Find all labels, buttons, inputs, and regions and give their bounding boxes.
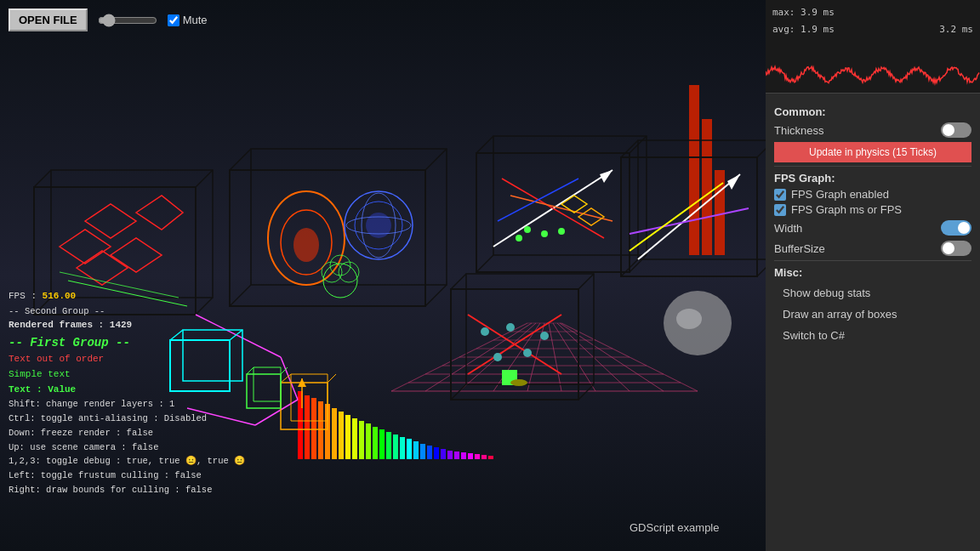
svg-rect-21 xyxy=(702,119,712,255)
fps-line: FPS : 516.00 xyxy=(9,289,245,304)
update-physics-button[interactable]: Update in physics (15 Ticks) xyxy=(774,142,971,162)
up-info: Up: use scene camera : false xyxy=(9,440,245,455)
svg-rect-31 xyxy=(339,412,344,459)
svg-rect-38 xyxy=(386,432,391,459)
svg-rect-26 xyxy=(305,395,310,459)
common-section-title: Common: xyxy=(774,105,971,118)
down-info: Down: freeze render : false xyxy=(9,426,245,440)
svg-point-96 xyxy=(524,226,531,233)
first-group-label: -- First Group -- xyxy=(9,333,245,352)
show-debug-stats-button[interactable]: Show debug stats xyxy=(774,282,971,304)
fps-graph-enabled-checkbox[interactable] xyxy=(774,189,786,201)
svg-rect-33 xyxy=(352,418,357,459)
svg-rect-20 xyxy=(689,85,699,255)
toolbar: OPEN FILE Mute xyxy=(9,9,208,31)
buffersize-toggle[interactable] xyxy=(941,241,971,256)
fps-graph-ms-label[interactable]: FPS Graph ms or FPS xyxy=(791,203,902,216)
svg-rect-41 xyxy=(407,439,412,459)
svg-rect-53 xyxy=(488,456,493,459)
fps-mini-graph xyxy=(766,46,980,88)
text-value-label: Text : xyxy=(9,384,48,395)
width-toggle[interactable] xyxy=(941,220,971,236)
fps-graph-panel: max: 3.9 ms avg: 1.9 ms 3.2 ms min: 1.4 … xyxy=(766,0,980,94)
svg-rect-30 xyxy=(332,408,337,459)
toggle-debug: 1,2,3: toggle debug : true, true 😐, true… xyxy=(9,454,245,469)
svg-rect-39 xyxy=(393,435,398,459)
fps-graph-ms-checkbox[interactable] xyxy=(774,204,786,216)
debug-overlay: FPS : 516.00 -- Second Group -- Rendered… xyxy=(9,289,245,497)
svg-point-111 xyxy=(506,323,515,332)
rendered-frames: Rendered frames : 1429 xyxy=(9,318,245,333)
mute-control: Mute xyxy=(168,14,208,26)
svg-rect-43 xyxy=(420,444,425,459)
divider-2 xyxy=(774,260,971,261)
volume-slider[interactable] xyxy=(98,14,157,27)
svg-point-112 xyxy=(540,332,549,340)
text-out-of-order: Text out of order xyxy=(9,352,245,367)
buffersize-row: BufferSize xyxy=(774,240,971,257)
text-value-line: Text : Value xyxy=(9,383,245,398)
fps-graph-section-title: FPS Graph: xyxy=(774,172,971,185)
mute-checkbox[interactable] xyxy=(168,14,179,26)
svg-rect-32 xyxy=(345,415,350,459)
fps-graph-ms-row: FPS Graph ms or FPS xyxy=(774,203,971,216)
svg-rect-40 xyxy=(400,437,405,459)
thickness-toggle[interactable] xyxy=(941,122,971,138)
right-panel: max: 3.9 ms avg: 1.9 ms 3.2 ms min: 1.4 … xyxy=(766,0,980,551)
left-info: Left: toggle frustum culling : false xyxy=(9,469,245,483)
width-row: Width xyxy=(774,219,971,236)
switch-to-csharp-button[interactable]: Switch to C# xyxy=(774,325,971,346)
fps-stat-avg-val: 3.2 ms xyxy=(939,24,973,35)
open-file-button[interactable]: OPEN FILE xyxy=(9,9,88,31)
divider-1 xyxy=(774,166,971,167)
svg-rect-36 xyxy=(373,427,378,459)
svg-rect-34 xyxy=(359,421,364,459)
svg-rect-52 xyxy=(481,455,487,459)
svg-rect-46 xyxy=(441,449,446,459)
svg-rect-37 xyxy=(379,429,385,459)
fps-stat-max: max: 3.9 ms xyxy=(772,7,835,18)
mute-label[interactable]: Mute xyxy=(183,14,208,26)
fps-label: FPS : xyxy=(9,291,43,301)
controls-panel: Common: Thickness Update in physics (15 … xyxy=(766,94,980,551)
buffersize-label: BufferSize xyxy=(774,242,825,255)
svg-rect-45 xyxy=(434,447,439,459)
scene-viewport: OPEN FILE Mute FPS : 516.00 -- Second Gr… xyxy=(0,0,766,551)
svg-point-98 xyxy=(558,228,565,235)
svg-point-99 xyxy=(516,235,522,241)
svg-rect-28 xyxy=(318,401,323,459)
misc-section-title: Misc: xyxy=(774,266,971,279)
fps-stat-avg: avg: 1.9 ms xyxy=(772,24,835,35)
gdscript-label: GDScript example xyxy=(630,521,719,534)
svg-rect-22 xyxy=(715,170,725,255)
svg-rect-27 xyxy=(311,398,316,459)
svg-rect-42 xyxy=(413,441,419,459)
right-info: Right: draw bounds for culling : false xyxy=(9,483,245,497)
fps-graph-enabled-row: FPS Graph enabled xyxy=(774,188,971,201)
shift-info: Shift: change render layers : 1 xyxy=(9,397,245,412)
svg-point-24 xyxy=(676,309,702,329)
svg-rect-35 xyxy=(366,423,371,459)
svg-point-110 xyxy=(481,327,489,336)
svg-rect-51 xyxy=(475,454,480,459)
svg-rect-44 xyxy=(427,446,432,459)
svg-rect-49 xyxy=(461,452,466,459)
svg-point-75 xyxy=(293,228,319,262)
text-value: Value xyxy=(48,384,76,395)
width-label: Width xyxy=(774,222,802,235)
svg-point-78 xyxy=(366,213,391,238)
draw-array-boxes-button[interactable]: Draw an array of boxes xyxy=(774,304,971,325)
thickness-label: Thickness xyxy=(774,124,824,137)
svg-rect-48 xyxy=(454,452,459,459)
svg-point-114 xyxy=(523,349,532,357)
svg-point-116 xyxy=(510,379,527,386)
svg-point-113 xyxy=(493,353,502,361)
svg-rect-47 xyxy=(447,451,453,459)
fps-value: 516.00 xyxy=(43,291,77,301)
ctrl-info: Ctrl: toggle anti-aliasing : Disabled xyxy=(9,412,245,426)
svg-point-97 xyxy=(541,230,548,237)
thickness-row: Thickness xyxy=(774,122,971,139)
fps-graph-enabled-label[interactable]: FPS Graph enabled xyxy=(791,188,889,201)
svg-rect-50 xyxy=(468,453,473,459)
simple-text: Simple text xyxy=(9,367,245,383)
